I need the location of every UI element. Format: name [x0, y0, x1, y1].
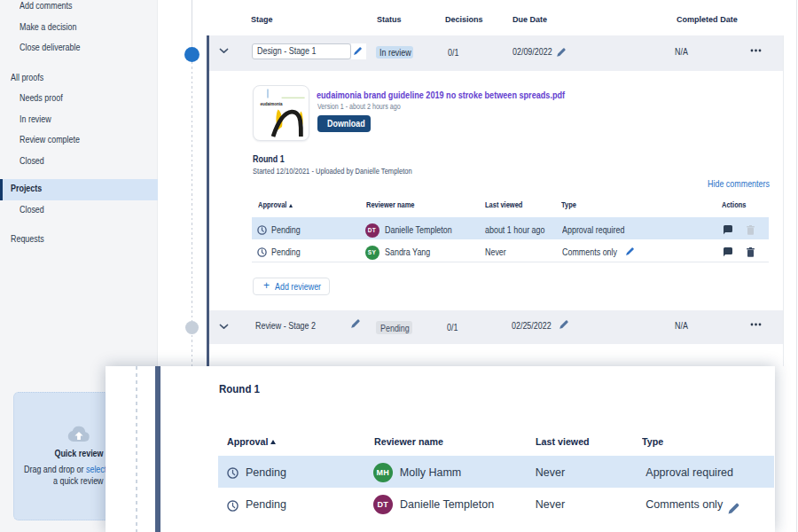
svg-text:eudaimonia: eudaimonia	[260, 102, 283, 106]
